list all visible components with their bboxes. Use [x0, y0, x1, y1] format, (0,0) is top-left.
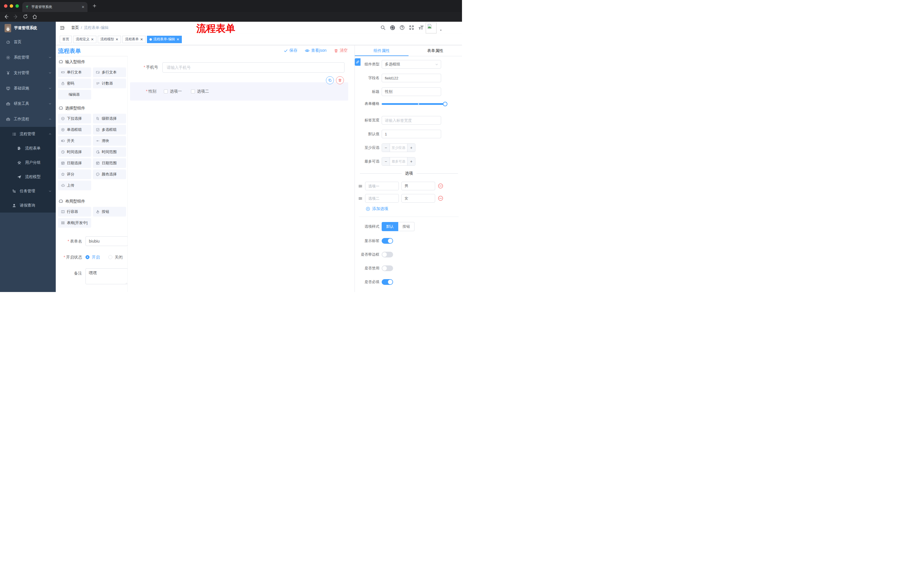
checkbox-icon[interactable]	[164, 89, 168, 94]
tag-首页[interactable]: 首页	[60, 36, 72, 43]
palette-item-时间范围[interactable]: 时间范围	[93, 147, 126, 157]
tab-close-icon[interactable]: ✕	[81, 5, 85, 9]
sidebar-item-首页[interactable]: 首页	[0, 34, 56, 50]
sidebar-item-用户分组[interactable]: 用户分组	[0, 155, 56, 170]
sidebar-item-请假查询[interactable]: 请假查询	[0, 198, 56, 212]
tag-流程定义[interactable]: 流程定义✕	[73, 36, 96, 43]
mobile-input[interactable]	[162, 62, 345, 72]
clear-button[interactable]: 清空	[334, 48, 348, 53]
github-icon[interactable]	[390, 25, 395, 31]
tab-form-props[interactable]: 表单属性	[409, 45, 462, 56]
tag-close-icon[interactable]: ✕	[140, 38, 143, 41]
checkbox-option-1[interactable]: 选项一	[164, 89, 182, 94]
tag-流程表单-编辑[interactable]: 流程表单-编辑✕	[147, 36, 182, 43]
title-input[interactable]	[382, 87, 441, 96]
palette-item-日期选择[interactable]: 日期选择	[58, 158, 91, 168]
browser-tab[interactable]: 芋道管理系统 ✕	[22, 2, 87, 12]
add-option-button[interactable]: 添加选项	[366, 206, 462, 211]
tag-流程表单[interactable]: 流程表单✕	[122, 36, 145, 43]
remove-option-button[interactable]	[438, 183, 444, 189]
drag-handle-icon[interactable]	[358, 196, 363, 201]
sidebar-item-工作流程[interactable]: 工作流程	[0, 112, 56, 127]
label-width-input[interactable]	[382, 116, 441, 125]
palette-item-日期范围[interactable]: 日期范围	[93, 158, 126, 168]
palette-item-时间选择[interactable]: 时间选择	[58, 147, 91, 157]
option-label-input[interactable]	[365, 182, 399, 190]
component-type-select[interactable]: 多选框组	[382, 60, 441, 69]
field-name-input[interactable]	[382, 74, 441, 82]
avatar-caret-icon[interactable]	[439, 29, 442, 32]
decrease-button[interactable]: −	[382, 158, 390, 165]
sidebar-item-支付管理[interactable]: 支付管理	[0, 65, 56, 81]
copy-component-button[interactable]	[326, 76, 334, 84]
increase-button[interactable]: +	[408, 144, 415, 152]
option-value-input[interactable]	[401, 182, 435, 190]
status-on-radio[interactable]: 开启	[86, 252, 100, 262]
drag-handle-icon[interactable]	[358, 184, 363, 188]
palette-item-级联选择[interactable]: 级联选择	[93, 114, 126, 123]
tab-component-props[interactable]: 组件属性	[355, 45, 409, 56]
palette-item-多行文本[interactable]: 多行文本	[93, 67, 126, 77]
breadcrumb-home[interactable]: 首页	[71, 25, 79, 30]
sidebar-collapse-icon[interactable]	[60, 25, 64, 30]
remove-option-button[interactable]	[438, 196, 444, 201]
save-button[interactable]: 保存	[284, 48, 297, 53]
avatar[interactable]	[426, 23, 437, 33]
grid-slider[interactable]	[382, 103, 445, 105]
decrease-button[interactable]: −	[382, 144, 390, 152]
sidebar-item-流程模型[interactable]: 流程模型	[0, 170, 56, 184]
remark-textarea[interactable]: 嘿嘿	[86, 268, 128, 284]
palette-item-颜色选择[interactable]: 颜色选择	[93, 169, 126, 179]
forward-icon[interactable]	[13, 14, 18, 20]
reload-icon[interactable]	[23, 14, 28, 19]
palette-item-按钮[interactable]: 按钮	[93, 207, 126, 217]
sidebar-item-系统管理[interactable]: 系统管理	[0, 50, 56, 65]
toggle-是否必填[interactable]	[382, 279, 393, 285]
tag-流程模型[interactable]: 流程模型✕	[98, 36, 121, 43]
palette-item-行容器[interactable]: 行容器	[58, 207, 91, 217]
palette-item-单行文本[interactable]: 单行文本	[58, 67, 91, 77]
palette-item-编辑器[interactable]: 编辑器	[58, 90, 91, 99]
palette-item-表格[开发中][interactable]: 表格[开发中]	[58, 218, 91, 228]
style-button-button[interactable]: 按钮	[398, 222, 414, 231]
min-select-input[interactable]: 至少应选	[390, 144, 408, 152]
palette-item-密码[interactable]: 密码	[58, 79, 91, 88]
home-icon[interactable]	[32, 14, 38, 20]
max-select-input[interactable]: 最多可选	[390, 158, 408, 165]
palette-item-下拉选择[interactable]: 下拉选择	[58, 114, 91, 123]
checkbox-icon[interactable]	[191, 89, 195, 94]
sidebar-item-流程表单[interactable]: 流程表单	[0, 141, 56, 155]
sidebar-item-基础设施[interactable]: 基础设施	[0, 81, 56, 96]
palette-item-评分[interactable]: 评分	[58, 169, 91, 179]
font-size-icon[interactable]	[418, 25, 424, 31]
style-default-button[interactable]: 默认	[382, 222, 398, 231]
sidebar-item-任务管理[interactable]: 任务管理	[0, 184, 56, 198]
view-json-button[interactable]: 查看json	[305, 48, 327, 53]
back-icon[interactable]	[3, 14, 9, 20]
palette-item-单选框组[interactable]: 单选框组	[58, 125, 91, 135]
palette-item-开关[interactable]: 开关	[58, 136, 91, 146]
palette-item-计数器[interactable]: 计数器	[93, 79, 126, 88]
traffic-light-minimize[interactable]	[10, 4, 13, 8]
slider-handle[interactable]	[443, 102, 447, 106]
canvas-field-gender-selected[interactable]: *性别 选项一 选项二	[130, 82, 348, 100]
checkbox-option-2[interactable]: 选项二	[191, 89, 209, 94]
toggle-是否带边框[interactable]	[382, 252, 393, 257]
new-tab-icon[interactable]	[92, 3, 97, 8]
option-value-input[interactable]	[401, 194, 435, 202]
fullscreen-icon[interactable]	[409, 25, 414, 30]
palette-item-滑块[interactable]: 滑块	[93, 136, 126, 146]
toggle-是否禁用[interactable]	[382, 265, 393, 271]
tag-close-icon[interactable]: ✕	[116, 38, 118, 41]
tag-close-icon[interactable]: ✕	[177, 38, 179, 41]
palette-item-多选框组[interactable]: 多选框组	[93, 125, 126, 135]
help-icon[interactable]	[399, 25, 405, 30]
traffic-light-close[interactable]	[4, 4, 7, 8]
drawer-link-handle[interactable]	[355, 58, 361, 66]
toggle-显示标签[interactable]	[382, 238, 393, 244]
tag-close-icon[interactable]: ✕	[91, 38, 94, 41]
increase-button[interactable]: +	[408, 158, 415, 165]
option-label-input[interactable]	[365, 194, 399, 202]
traffic-light-zoom[interactable]	[15, 4, 19, 8]
sidebar-item-研发工具[interactable]: 研发工具	[0, 96, 56, 112]
